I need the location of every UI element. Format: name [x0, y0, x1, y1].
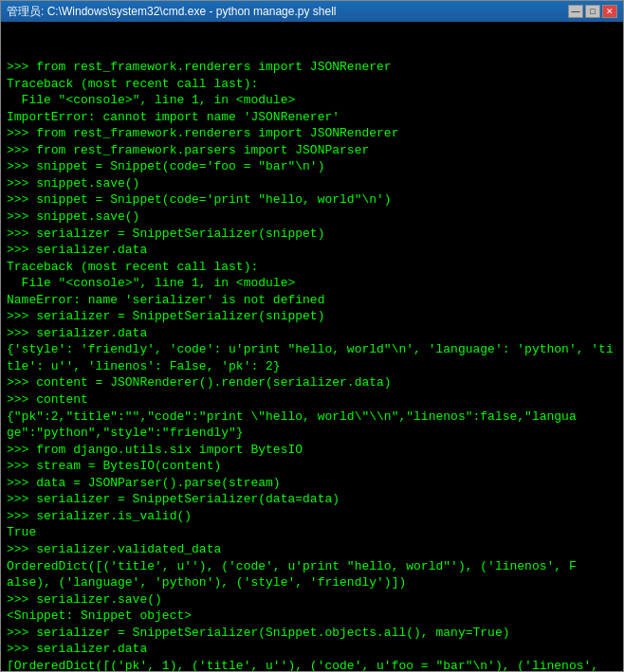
console-line: True	[7, 524, 617, 541]
titlebar-text: 管理员: C:\Windows\system32\cmd.exe - pytho…	[7, 4, 336, 20]
console-line: >>> stream = BytesIO(content)	[7, 458, 617, 475]
console-line: >>> serializer = SnippetSerializer(snipp…	[7, 308, 617, 325]
console-line: Traceback (most recent call last):	[7, 76, 617, 93]
console-line: [OrderedDict([('pk', 1), ('title', u''),…	[7, 658, 617, 671]
console-line: >>> content	[7, 391, 617, 409]
console-line: >>> serializer = SnippetSerializer(data=…	[7, 491, 617, 508]
console-line: >>> snippet.save()	[7, 175, 617, 192]
console-line: >>> from rest_framework.renderers import…	[7, 125, 617, 142]
titlebar: 管理员: C:\Windows\system32\cmd.exe - pytho…	[1, 1, 623, 22]
console-line: >>> serializer = SnippetSerializer(Snipp…	[7, 625, 617, 642]
console-line: >>> from rest_framework.renderers import…	[7, 59, 617, 76]
console-line: {"pk":2,"title":"","code":"print \"hello…	[7, 409, 617, 426]
console-line: Traceback (most recent call last):	[7, 259, 617, 276]
console-line: OrderedDict([('title', u''), ('code', u'…	[7, 558, 617, 575]
console-line: >>> content = JSONRenderer().render(seri…	[7, 374, 617, 391]
console-line: ImportError: cannot import name 'JSONRen…	[7, 109, 617, 126]
console-line: >>> serializer.data	[7, 641, 617, 658]
console-line: >>> snippet = Snippet(code='print "hello…	[7, 191, 617, 209]
console-line: ge":"python","style":"friendly"}	[7, 425, 617, 442]
console-line: >>> serializer.save()	[7, 591, 617, 608]
console-line: <Snippet: Snippet object>	[7, 608, 617, 625]
console-output[interactable]: >>> from rest_framework.renderers import…	[1, 22, 623, 671]
close-button[interactable]: ✕	[602, 5, 617, 18]
console-line: File "<console>", line 1, in <module>	[7, 275, 617, 292]
titlebar-buttons: — □ ✕	[568, 5, 617, 18]
console-line: >>> serializer = SnippetSerializer(snipp…	[7, 226, 617, 243]
console-line: >>> serializer.is_valid()	[7, 508, 617, 525]
console-line: >>> from django.utils.six import BytesIO	[7, 442, 617, 459]
maximize-button[interactable]: □	[585, 5, 600, 18]
console-line: >>> from rest_framework.parsers import J…	[7, 142, 617, 159]
console-line: alse), ('language', 'python'), ('style',…	[7, 574, 617, 591]
console-line: >>> snippet.save()	[7, 209, 617, 226]
console-line: NameError: name 'serializer' is not defi…	[7, 292, 617, 309]
console-line: File "<console>", line 1, in <module>	[7, 92, 617, 109]
console-line: >>> serializer.data	[7, 325, 617, 342]
main-window: 管理员: C:\Windows\system32\cmd.exe - pytho…	[0, 0, 624, 672]
console-line: >>> data = JSONParser().parse(stream)	[7, 475, 617, 492]
console-line: >>> snippet = Snippet(code='foo = "bar"\…	[7, 158, 617, 175]
console-line: >>> serializer.validated_data	[7, 541, 617, 558]
console-line: >>> serializer.data	[7, 242, 617, 259]
console-line: {'style': 'friendly', 'code': u'print "h…	[7, 341, 617, 374]
minimize-button[interactable]: —	[568, 5, 583, 18]
